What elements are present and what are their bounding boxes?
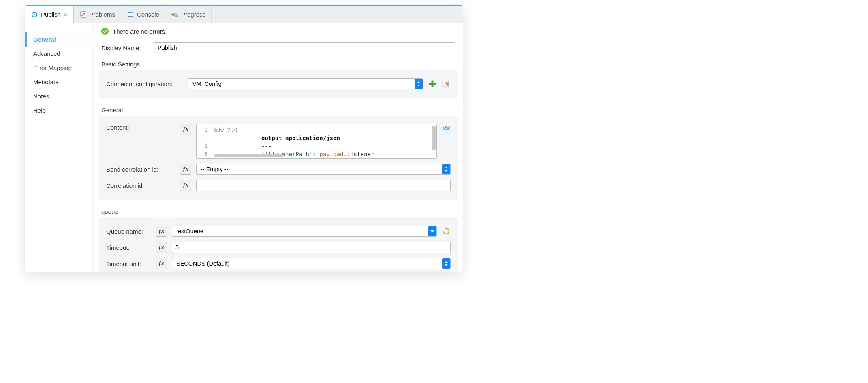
send-correlation-label: Send correlation id: bbox=[106, 166, 175, 173]
check-ok-icon bbox=[101, 28, 109, 35]
edit-config-button[interactable] bbox=[442, 79, 451, 88]
transform-icon[interactable] bbox=[442, 124, 451, 133]
fx-button[interactable]: ƒx bbox=[156, 242, 167, 253]
sidebar: General Advanced Error Mapping Metadata … bbox=[25, 23, 94, 272]
refresh-button[interactable] bbox=[442, 227, 451, 235]
problems-icon bbox=[79, 11, 87, 18]
status-row: There are no errors. bbox=[94, 23, 463, 39]
fx-button[interactable]: ƒx bbox=[156, 226, 167, 237]
queue-name-label: Queue name: bbox=[106, 228, 151, 235]
timeout-label: Timeout: bbox=[106, 244, 151, 251]
tab-problems[interactable]: Problems bbox=[74, 6, 121, 23]
timeout-unit-select[interactable] bbox=[172, 258, 451, 269]
send-correlation-select[interactable] bbox=[196, 164, 451, 175]
basic-settings-title: Basic Settings bbox=[94, 57, 463, 68]
fx-button[interactable]: ƒx bbox=[180, 180, 191, 191]
fx-button[interactable]: ƒx bbox=[156, 258, 167, 269]
tab-console[interactable]: Console bbox=[121, 6, 165, 23]
select-stepper-icon[interactable] bbox=[442, 164, 450, 174]
tab-label: Publish bbox=[41, 11, 61, 18]
svg-point-1 bbox=[34, 14, 35, 15]
sidebar-item-error-mapping[interactable]: Error Mapping bbox=[25, 61, 94, 75]
basic-settings-panel: Connector configuration: bbox=[99, 70, 458, 98]
svg-rect-11 bbox=[429, 83, 436, 85]
correlation-id-label: Correlation id: bbox=[106, 182, 175, 189]
sidebar-item-notes[interactable]: Notes bbox=[25, 89, 94, 103]
tab-publish[interactable]: Publish × bbox=[25, 6, 74, 23]
svg-point-4 bbox=[83, 13, 85, 15]
display-name-label: Display Name: bbox=[101, 45, 150, 51]
scrollbar-vertical[interactable] bbox=[432, 126, 436, 150]
content-code-editor[interactable]: 1− 234 %dw 2.0 output application/json -… bbox=[196, 124, 437, 159]
general-section-title: General bbox=[94, 102, 463, 114]
svg-rect-2 bbox=[80, 12, 86, 17]
code-gutter: 1− 234 bbox=[197, 124, 210, 158]
status-text: There are no errors. bbox=[113, 28, 167, 35]
sidebar-item-metadata[interactable]: Metadata bbox=[25, 75, 94, 89]
connector-config-label: Connector configuration: bbox=[106, 81, 183, 87]
sidebar-item-advanced[interactable]: Advanced bbox=[25, 47, 94, 61]
progress-icon bbox=[171, 11, 178, 18]
svg-point-3 bbox=[81, 15, 83, 16]
config-window: Publish × Problems Console Progress Gene… bbox=[25, 5, 463, 272]
svg-rect-6 bbox=[128, 13, 133, 16]
tab-label: Console bbox=[137, 11, 159, 18]
queue-name-input[interactable] bbox=[172, 226, 437, 237]
content-label: Content: bbox=[106, 124, 175, 131]
queue-panel: Queue name: ƒx Timeout: ƒx Tim bbox=[99, 217, 458, 272]
scrollbar-horizontal[interactable] bbox=[214, 154, 283, 157]
dropdown-icon[interactable] bbox=[428, 226, 436, 236]
tab-label: Progress bbox=[181, 11, 205, 18]
tab-progress[interactable]: Progress bbox=[165, 6, 212, 23]
connector-config-select[interactable] bbox=[188, 78, 423, 89]
display-name-input[interactable] bbox=[154, 42, 455, 53]
code-body[interactable]: %dw 2.0 output application/json --- {'li… bbox=[210, 124, 436, 158]
select-stepper-icon[interactable] bbox=[442, 258, 450, 269]
add-config-button[interactable] bbox=[428, 79, 437, 88]
publish-icon bbox=[31, 11, 38, 18]
tab-bar: Publish × Problems Console Progress bbox=[25, 5, 463, 23]
correlation-id-input[interactable] bbox=[196, 180, 451, 191]
svg-rect-8 bbox=[172, 14, 175, 15]
queue-section-title: queue bbox=[94, 204, 463, 216]
svg-point-9 bbox=[175, 15, 178, 17]
content-area: There are no errors. Display Name: Basic… bbox=[94, 23, 463, 272]
timeout-unit-label: Timeout unit: bbox=[106, 260, 151, 267]
sidebar-item-help[interactable]: Help bbox=[25, 103, 94, 117]
close-icon[interactable]: × bbox=[64, 11, 67, 18]
console-icon bbox=[127, 11, 134, 18]
fold-icon[interactable]: − bbox=[203, 136, 207, 140]
sidebar-item-general[interactable]: General bbox=[25, 32, 94, 47]
fx-button[interactable]: ƒx bbox=[180, 164, 191, 175]
general-panel: Content: ƒx 1− 234 %dw 2.0 output applic… bbox=[99, 116, 458, 200]
tab-label: Problems bbox=[90, 11, 115, 18]
timeout-input[interactable] bbox=[172, 242, 451, 253]
select-stepper-icon[interactable] bbox=[415, 79, 423, 89]
display-name-row: Display Name: bbox=[94, 39, 463, 57]
fx-button[interactable]: ƒx bbox=[180, 124, 191, 135]
